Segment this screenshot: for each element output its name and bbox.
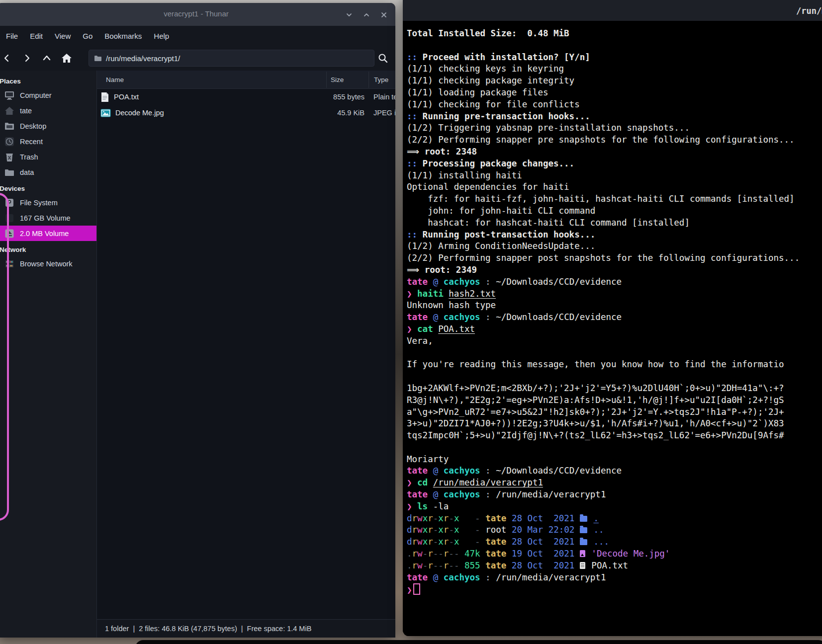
sidebar-item-tate[interactable]: tate bbox=[0, 103, 96, 118]
sidebar-item-data[interactable]: data bbox=[0, 164, 96, 180]
terminal-line bbox=[407, 442, 822, 454]
home-button[interactable] bbox=[57, 50, 77, 67]
file-row[interactable]: Decode Me.jpg45.9 KiBJPEG image bbox=[97, 105, 395, 121]
close-icon bbox=[380, 11, 388, 19]
sidebar-item-browse-network[interactable]: Browse Network bbox=[0, 256, 96, 271]
sidebar-item-computer[interactable]: Computer bbox=[0, 87, 96, 103]
terminal-title: /run/media/veracrypt1 bbox=[796, 6, 822, 16]
terminal-line: (1/1) checking keys in keyring bbox=[407, 63, 822, 75]
menu-bookmarks[interactable]: Bookmarks bbox=[98, 29, 148, 43]
home-icon bbox=[4, 105, 15, 116]
terminal-line: :: Proceed with installation? [Y/n] bbox=[407, 52, 822, 64]
terminal-line: If you're reading this message, then you… bbox=[407, 359, 822, 371]
terminal-line: 1bg+2AKWlf+>PVn2E;m<2BXb/+?);'2J+'j2'=Y5… bbox=[407, 383, 822, 395]
terminal-line: :: Running post-transaction hooks... bbox=[407, 229, 822, 241]
file-pane[interactable]: Name Size Type POA.txt855 bytesPlain tex… bbox=[97, 71, 395, 620]
terminal-line: :: Processing package changes... bbox=[407, 158, 822, 170]
terminal-line: ⟹ root: 2349 bbox=[407, 264, 822, 276]
volume-dark-icon bbox=[4, 213, 15, 224]
eject-icon bbox=[4, 228, 15, 239]
sidebar-item-recent[interactable]: Recent bbox=[0, 134, 96, 149]
terminal-line: Optional dependencies for haiti bbox=[407, 181, 822, 193]
menu-view[interactable]: View bbox=[49, 29, 77, 43]
folder-icon bbox=[580, 527, 587, 533]
search-button[interactable] bbox=[374, 50, 392, 67]
thunar-main: PlacesComputertateDesktopRecentTrashdata… bbox=[0, 71, 395, 638]
sidebar: PlacesComputertateDesktopRecentTrashdata… bbox=[0, 71, 97, 638]
terminal-line: .rw-r--r-- 855 tate 28 Oct 2021 POA.txt bbox=[407, 560, 822, 572]
close-button[interactable] bbox=[378, 9, 389, 20]
terminal-line: tate @ cachyos : /run/media/veracrypt1 bbox=[407, 572, 822, 584]
column-header-name[interactable]: Name bbox=[97, 76, 326, 83]
terminal-line: drwxr-xr-x - root 20 Mar 22:02 .. bbox=[407, 524, 822, 536]
drive-icon bbox=[4, 197, 15, 208]
terminal-line: fzf: for haiti-fzf, john-haiti, hashcat-… bbox=[407, 193, 822, 205]
thunar-titlebar[interactable]: veracrypt1 - Thunar bbox=[0, 3, 395, 26]
terminal-window[interactable]: /run/media/veracrypt1 Total Installed Si… bbox=[403, 0, 822, 636]
recent-icon bbox=[4, 136, 15, 147]
maximize-button[interactable] bbox=[361, 9, 372, 20]
terminal-line: tqs2Impc0H`;5+>u)"2Idjf@j!N\+?(ts2_lL62'… bbox=[407, 430, 822, 442]
text-file-icon bbox=[100, 92, 109, 102]
sidebar-item-file-system[interactable]: File System bbox=[0, 195, 96, 210]
terminal-line: Unknown hash type bbox=[407, 300, 822, 312]
sidebar-item-label: Trash bbox=[20, 153, 38, 161]
terminal-line: .rw-r--r-- 47k tate 19 Oct 2021 'Decode … bbox=[407, 548, 822, 560]
terminal-line: tate @ cachyos : ~/Downloads/CCD/evidenc… bbox=[407, 465, 822, 477]
path-text: /run/media/veracrypt1/ bbox=[106, 54, 180, 63]
chevron-left-icon bbox=[2, 54, 11, 63]
sidebar-item-2-0-mb-volume[interactable]: 2.0 MB Volume bbox=[0, 226, 96, 241]
background-window-bottom bbox=[135, 640, 822, 644]
sidebar-item-label: Desktop bbox=[20, 122, 46, 130]
back-button[interactable] bbox=[0, 50, 17, 67]
sidebar-item-label: Computer bbox=[20, 91, 52, 99]
path-bar[interactable]: /run/media/veracrypt1/ bbox=[89, 50, 374, 67]
column-header-size[interactable]: Size bbox=[326, 72, 368, 88]
sidebar-section-network: Network bbox=[0, 242, 96, 256]
terminal-line: (1/1) checking package integrity bbox=[407, 75, 822, 87]
terminal-line: a"\g+>PVn2_uR72'=e7+>u5&2J"!h2]sk0+?);'2… bbox=[407, 406, 822, 418]
chevron-up-icon bbox=[363, 11, 370, 19]
terminal-line: (2/2) Performing snapper post snapshots … bbox=[407, 252, 822, 264]
terminal-line: (1/2) Triggering yabsnap pre-installatio… bbox=[407, 122, 822, 134]
chevron-right-icon bbox=[22, 54, 31, 63]
terminal-line: R3@j!N\+?),"2E2g;2'=eg+>PVn2E)a:Afs!D+>u… bbox=[407, 395, 822, 406]
menu-edit[interactable]: Edit bbox=[24, 29, 49, 43]
toolbar: /run/media/veracrypt1/ bbox=[0, 46, 395, 71]
sidebar-section-devices: Devices bbox=[0, 181, 96, 195]
terminal-line: ❯ haiti hash2.txt bbox=[407, 288, 822, 300]
terminal-line: (1/1) installing haiti bbox=[407, 170, 822, 182]
menu-help[interactable]: Help bbox=[148, 29, 175, 43]
sidebar-item-label: Browse Network bbox=[20, 260, 73, 268]
minimize-button[interactable] bbox=[344, 9, 355, 20]
terminal-line: drwxr-xr-x - tate 28 Oct 2021 ... bbox=[407, 536, 822, 548]
terminal-line: (1/1) checking for file conflicts bbox=[407, 99, 822, 111]
file-row[interactable]: POA.txt855 bytesPlain text bbox=[97, 89, 395, 105]
terminal-titlebar[interactable]: /run/media/veracrypt1 bbox=[403, 0, 822, 21]
forward-button[interactable] bbox=[17, 50, 37, 67]
terminal-line: drwxr-xr-x - tate 28 Oct 2021 . bbox=[407, 513, 822, 525]
terminal-line bbox=[407, 40, 822, 52]
sidebar-item-trash[interactable]: Trash bbox=[0, 149, 96, 164]
terminal-line bbox=[407, 371, 822, 383]
terminal-line: ❯ cd /run/media/veracrypt1 bbox=[407, 477, 822, 489]
image-file-icon bbox=[100, 109, 111, 117]
computer-icon bbox=[4, 90, 15, 101]
menu-file[interactable]: File bbox=[0, 29, 24, 43]
terminal-line: ❯ cat POA.txt bbox=[407, 323, 822, 335]
sidebar-item-label: 167 GB Volume bbox=[20, 214, 71, 222]
file-size: 855 bytes bbox=[326, 93, 368, 101]
terminal-output[interactable]: Total Installed Size: 0.48 MiB:: Proceed… bbox=[403, 21, 822, 636]
sidebar-item-desktop[interactable]: Desktop bbox=[0, 118, 96, 134]
terminal-line: hashcat: for hashcat-haiti CLI command [… bbox=[407, 217, 822, 229]
file-name: POA.txt bbox=[114, 93, 139, 101]
column-header-type[interactable]: Type bbox=[368, 72, 395, 88]
thunar-window[interactable]: veracrypt1 - Thunar FileEditViewGoBookma… bbox=[0, 3, 395, 638]
txtfile-icon bbox=[580, 562, 585, 569]
menu-go[interactable]: Go bbox=[77, 29, 98, 43]
sidebar-item-167-gb-volume[interactable]: 167 GB Volume bbox=[0, 210, 96, 226]
chevron-down-icon bbox=[345, 11, 353, 19]
magnifier-icon bbox=[377, 53, 388, 64]
up-button[interactable] bbox=[37, 50, 57, 67]
desktop-icon bbox=[4, 121, 15, 132]
